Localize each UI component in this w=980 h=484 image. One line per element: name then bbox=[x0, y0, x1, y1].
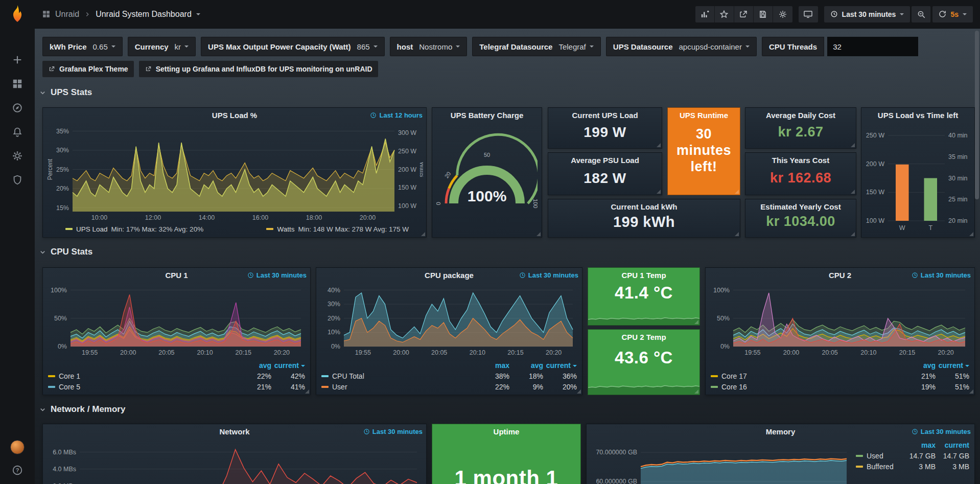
legend-series-toggle[interactable]: Core 16 bbox=[711, 383, 902, 391]
dashboard-title[interactable]: Unraid System Dashboard bbox=[96, 10, 192, 19]
breadcrumb: Unraid Unraid System Dashboard bbox=[42, 10, 200, 19]
legend-item[interactable]: UPS LoadMin: 17% Max: 32% Avg: 20% bbox=[65, 225, 203, 233]
panel-title[interactable]: Network bbox=[219, 427, 249, 436]
dashboards-icon[interactable] bbox=[12, 78, 23, 89]
alerting-bell-icon[interactable] bbox=[12, 126, 23, 137]
legend-series-toggle[interactable]: Core 5 bbox=[48, 383, 238, 391]
legend-series-toggle[interactable]: Core 1 bbox=[48, 372, 238, 380]
admin-shield-icon[interactable] bbox=[12, 174, 23, 186]
zoom-out-button[interactable] bbox=[912, 6, 931, 22]
panel-title[interactable]: This Years Cost bbox=[745, 156, 856, 165]
memory-chart[interactable]: 70.000000 GB60.000000 GB50.000000 GB19:5… bbox=[590, 439, 852, 484]
legend-marker bbox=[48, 386, 55, 388]
panel-title[interactable]: Estimated Yearly Cost bbox=[745, 202, 856, 211]
svg-text:100%: 100% bbox=[51, 287, 67, 294]
panel-title[interactable]: CPU 2 bbox=[829, 271, 851, 280]
panel-title[interactable]: UPS Load vs Time left bbox=[878, 111, 958, 120]
dashboard-action-group bbox=[695, 6, 792, 22]
panel-title[interactable]: Average Daily Cost bbox=[745, 111, 856, 120]
panel-time-badge[interactable]: Last 30 minutes bbox=[519, 271, 578, 279]
row-header-network-memory[interactable]: Network / Memory bbox=[39, 404, 125, 414]
legend-col-header[interactable]: max bbox=[902, 441, 936, 449]
variable-value-dropdown[interactable]: 865 bbox=[357, 42, 378, 51]
star-dashboard-button[interactable] bbox=[715, 6, 734, 22]
panel-title[interactable]: UPS Runtime bbox=[668, 111, 740, 120]
svg-text:19:55: 19:55 bbox=[355, 349, 371, 356]
load-vs-time-bars[interactable]: 250 W200 W150 W100 W40 min35 min30 min25… bbox=[864, 122, 972, 233]
variable-value-dropdown[interactable]: apcupsd-container bbox=[679, 42, 750, 51]
panel-title[interactable]: UPS Battery Charge bbox=[451, 111, 524, 120]
cpu2-chart[interactable]: 100%50%0%19:5520:0020:0520:1020:1520:20 bbox=[709, 282, 971, 357]
dashboard-scrollbar[interactable] bbox=[975, 31, 979, 199]
variable-value-dropdown[interactable]: kr bbox=[175, 42, 189, 51]
tv-mode-button[interactable] bbox=[799, 6, 818, 22]
row-header-cpu-stats[interactable]: CPU Stats bbox=[39, 247, 92, 257]
panel-title[interactable]: CPU package bbox=[425, 271, 474, 280]
legend-row: Core 122%42% bbox=[48, 371, 305, 381]
panel-title[interactable]: Average PSU Load bbox=[548, 156, 662, 165]
panel-title[interactable]: Uptime bbox=[432, 427, 580, 436]
legend-col-header[interactable]: max bbox=[476, 361, 509, 370]
panel-time-badge[interactable]: Last 30 minutes bbox=[247, 271, 307, 279]
legend-col-header[interactable]: avg bbox=[238, 361, 271, 370]
breadcrumb-folder[interactable]: Unraid bbox=[55, 10, 79, 19]
panel-time-badge[interactable]: Last 30 minutes bbox=[363, 428, 423, 435]
cpu-threads-input[interactable] bbox=[827, 37, 918, 56]
panel-title[interactable]: CPU 2 Temp bbox=[588, 333, 699, 341]
legend-series-toggle[interactable]: User bbox=[321, 383, 476, 391]
legend-col-header[interactable]: current bbox=[543, 361, 577, 370]
add-icon[interactable] bbox=[12, 54, 23, 65]
legend-col-header[interactable]: current bbox=[936, 361, 969, 370]
variable-label: host bbox=[397, 42, 413, 51]
panel-time-badge[interactable]: Last 30 minutes bbox=[912, 428, 971, 435]
svg-text:100 W: 100 W bbox=[398, 202, 416, 210]
time-range-picker[interactable]: Last 30 minutes bbox=[824, 6, 911, 22]
ups-load-chart[interactable]: 35%30%25%20%15%300 W250 W200 W150 W100 W… bbox=[46, 122, 423, 222]
panel-time-badge[interactable]: Last 12 hours bbox=[370, 111, 423, 119]
link-ups-monitoring-guide[interactable]: Setting up Grafana and InfluxDB for UPS … bbox=[139, 61, 378, 77]
cpu1-chart[interactable]: 100%50%0%19:5520:0020:0520:1020:1520:20 bbox=[46, 282, 307, 357]
battery-gauge[interactable]: 02050100100% bbox=[436, 122, 538, 232]
panel-title[interactable]: Current UPS Load bbox=[548, 111, 662, 120]
refresh-picker[interactable]: 5s bbox=[932, 6, 973, 22]
add-panel-button[interactable] bbox=[695, 6, 715, 22]
legend-series-toggle[interactable]: Used bbox=[856, 452, 902, 460]
stat-value: 43.6 °C bbox=[588, 348, 699, 367]
panel-title[interactable]: UPS Load % bbox=[212, 111, 257, 120]
panel-time-badge[interactable]: Last 30 minutes bbox=[912, 271, 971, 279]
chevron-down-icon bbox=[39, 89, 46, 97]
share-dashboard-button[interactable] bbox=[734, 6, 754, 22]
panel-title[interactable]: Current Load kWh bbox=[548, 202, 740, 211]
panel-title[interactable]: CPU 1 bbox=[165, 271, 188, 280]
user-avatar[interactable] bbox=[10, 440, 25, 454]
variable-value-dropdown[interactable]: Nostromo bbox=[419, 42, 460, 51]
legend-col-header[interactable]: current bbox=[271, 361, 305, 370]
svg-text:50%: 50% bbox=[54, 315, 67, 322]
network-chart[interactable]: 6.0 MBs4.0 MBs2.0 MBs19:5520:0020:0520:1… bbox=[46, 439, 423, 484]
svg-text:20%: 20% bbox=[56, 185, 69, 192]
legend-series-toggle[interactable]: Buffered bbox=[856, 463, 902, 471]
row-header-ups-stats[interactable]: UPS Stats bbox=[39, 87, 92, 98]
configuration-gear-icon[interactable] bbox=[12, 150, 23, 162]
legend-col-header[interactable]: current bbox=[936, 441, 969, 449]
legend-series-toggle[interactable]: Core 17 bbox=[711, 372, 902, 380]
legend-col-header[interactable]: avg bbox=[509, 361, 543, 370]
save-dashboard-button[interactable] bbox=[754, 6, 773, 22]
link-grafana-plex-theme[interactable]: Grafana Plex Theme bbox=[42, 61, 134, 77]
cpu-package-chart[interactable]: 40%30%20%10%0%19:5520:0020:0520:1020:152… bbox=[319, 282, 579, 357]
variable-label: kWh Price bbox=[50, 42, 87, 51]
variable-value-dropdown[interactable]: 0.65 bbox=[93, 42, 115, 51]
panel-title[interactable]: CPU 1 Temp bbox=[588, 271, 699, 280]
variable-value-dropdown[interactable]: Telegraf bbox=[558, 42, 593, 51]
panel-title[interactable]: Memory bbox=[766, 427, 796, 436]
legend-col-header[interactable]: avg bbox=[902, 361, 936, 370]
grafana-logo[interactable] bbox=[8, 4, 27, 25]
dashboard-picker-caret-icon[interactable] bbox=[196, 13, 200, 15]
variable-label: Telegraf Datasource bbox=[479, 42, 552, 51]
dashboard-settings-button[interactable] bbox=[773, 6, 792, 22]
legend-series-toggle[interactable]: CPU Total bbox=[321, 372, 476, 380]
stat-value: kr 2.67 bbox=[745, 124, 856, 140]
legend-item[interactable]: WattsMin: 148 W Max: 278 W Avg: 175 W bbox=[266, 225, 409, 233]
help-icon[interactable]: ? bbox=[12, 465, 23, 476]
explore-compass-icon[interactable] bbox=[12, 102, 23, 113]
